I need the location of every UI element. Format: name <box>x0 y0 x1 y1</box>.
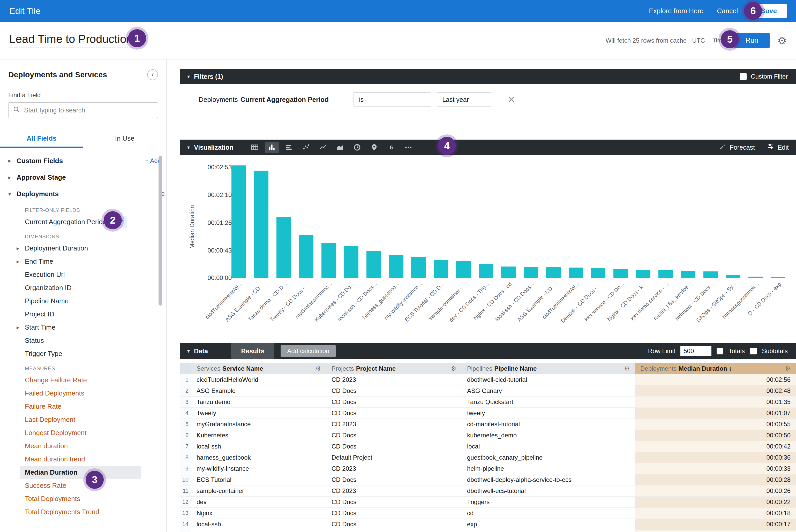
chart-bar[interactable] <box>389 255 403 278</box>
chevron-right-icon[interactable]: ▸ <box>8 157 17 164</box>
add-calculation-button[interactable]: Add calculation <box>281 345 336 357</box>
field-item-mean-duration[interactable]: Mean duration <box>0 439 166 453</box>
field-item-total-deployments-trend[interactable]: Total Deployments Trend <box>0 506 166 518</box>
area-viz-icon[interactable] <box>333 142 347 153</box>
table-viz-icon[interactable] <box>248 142 262 153</box>
scatter-viz-icon[interactable] <box>299 142 313 153</box>
bar-viz-icon[interactable] <box>265 142 279 153</box>
field-item-status[interactable]: Status <box>0 334 166 347</box>
chart-bar[interactable] <box>321 243 336 278</box>
chart-bar[interactable] <box>659 270 673 278</box>
map-viz-icon[interactable] <box>367 142 381 153</box>
chart-bar[interactable] <box>299 235 313 278</box>
single-value-viz-icon[interactable]: 6 <box>384 142 398 153</box>
field-item-last-deployment[interactable]: Last Deployment <box>0 413 166 426</box>
chart-bar[interactable] <box>681 271 696 278</box>
gear-icon[interactable]: ⚙ <box>785 365 791 372</box>
field-item-failure-rate[interactable]: Failure Rate <box>0 400 166 413</box>
field-item-trigger-type[interactable]: Trigger Type <box>0 347 166 360</box>
field-item-change-failure-rate[interactable]: Change Failure Rate <box>0 374 166 387</box>
filter-value-input[interactable]: Last year <box>437 92 491 107</box>
chevron-right-icon[interactable]: ▸ <box>8 174 17 181</box>
row-viz-icon[interactable] <box>282 142 296 153</box>
chevron-right-icon[interactable]: ▸ <box>17 324 25 331</box>
gear-icon[interactable]: ⚙ <box>777 35 787 46</box>
tile-title-input[interactable]: Lead Time to Production <box>9 33 133 48</box>
run-button[interactable]: Run <box>734 33 770 48</box>
field-item-failed-deployments[interactable]: Failed Deployments <box>0 387 166 400</box>
field-group-custom-fields[interactable]: ▸Custom Fields+ Add <box>0 153 166 169</box>
more-viz-icon[interactable] <box>401 142 415 153</box>
field-item-pipeline-name[interactable]: Pipeline Name <box>0 294 166 308</box>
chart-bar[interactable] <box>591 268 606 278</box>
collapse-data-icon[interactable]: ▾ <box>187 348 190 354</box>
chart-bar[interactable] <box>726 275 740 278</box>
chart-bar[interactable] <box>434 260 448 278</box>
remove-filter-icon[interactable]: ✕ <box>508 94 515 105</box>
data-section-header[interactable]: ▾ Data Results Add calculation Row Limit… <box>180 343 796 359</box>
field-item-current-aggregation-period[interactable]: Current Aggregation Period <box>0 215 166 229</box>
visualization-section-header[interactable]: ▾ Visualization 6 Forecast Edit <box>180 139 796 155</box>
field-item-median-duration[interactable]: Median Duration <box>20 466 141 479</box>
chart-bar[interactable] <box>636 270 650 278</box>
chevron-right-icon[interactable]: ▸ <box>17 245 25 252</box>
gear-icon[interactable]: ⚙ <box>315 365 321 372</box>
line-viz-icon[interactable] <box>316 142 330 153</box>
row-limit-input[interactable] <box>680 346 711 356</box>
field-item-total-deployments[interactable]: Total Deployments <box>0 492 166 506</box>
chart-bar[interactable] <box>613 269 628 278</box>
field-item-longest-deployment[interactable]: Longest Deployment <box>0 426 166 439</box>
totals-checkbox[interactable] <box>717 348 723 355</box>
chart-bar[interactable] <box>501 267 516 278</box>
chart-bar[interactable] <box>456 261 471 278</box>
field-item-execution-url[interactable]: Execution Url <box>0 268 166 281</box>
column-header-project-name[interactable]: ProjectsProject Name⚙ <box>326 363 462 374</box>
chart-bar[interactable] <box>232 166 246 278</box>
collapse-visualization-icon[interactable]: ▾ <box>187 144 190 150</box>
edit-viz-button[interactable]: Edit <box>767 143 789 152</box>
chart-bar[interactable] <box>524 267 538 278</box>
field-item-mean-duration-trend[interactable]: Mean duration trend <box>0 453 166 466</box>
column-header-service-name[interactable]: ServicesService Name⚙ <box>191 363 326 374</box>
chart-bar[interactable] <box>771 277 785 278</box>
results-tab[interactable]: Results <box>231 343 274 359</box>
field-item-end-time[interactable]: ▸End Time <box>0 255 166 268</box>
explore-from-here-link[interactable]: Explore from Here <box>649 7 703 15</box>
collapse-sidebar-button[interactable]: ‹ <box>147 69 158 80</box>
chart-bar[interactable] <box>748 277 763 278</box>
chart-bar[interactable] <box>344 246 358 278</box>
field-group-deployments[interactable]: ▾Deployments2 <box>0 186 166 202</box>
chart-bar[interactable] <box>411 257 426 278</box>
chart-bar[interactable] <box>254 171 269 278</box>
tab-in-use[interactable]: In Use <box>83 130 167 148</box>
pie-viz-icon[interactable] <box>350 142 364 153</box>
chart-bar[interactable] <box>367 251 381 278</box>
field-item-project-id[interactable]: Project ID <box>0 308 166 321</box>
column-header-median-duration[interactable]: DeploymentsMedian Duration ↓⚙ <box>635 363 796 374</box>
column-header-pipeline-name[interactable]: PipelinesPipeline Name⚙ <box>462 363 635 374</box>
field-search-box[interactable] <box>8 102 158 118</box>
field-item-start-time[interactable]: ▸Start Time <box>0 321 166 334</box>
filter-operator-select[interactable]: is <box>353 92 431 107</box>
field-item-organization-id[interactable]: Organization ID <box>0 281 166 294</box>
chart-bar[interactable] <box>276 217 291 278</box>
collapse-filters-icon[interactable]: ▾ <box>187 73 190 80</box>
field-item-success-rate[interactable]: Success Rate <box>0 479 166 492</box>
custom-filter-checkbox[interactable] <box>740 73 746 80</box>
tab-all-fields[interactable]: All Fields <box>0 130 83 148</box>
chart-bar[interactable] <box>703 271 718 278</box>
gear-icon[interactable]: ⚙ <box>624 365 630 372</box>
sidebar-scrollbar[interactable] <box>159 156 162 306</box>
field-group-approval-stage[interactable]: ▸Approval Stage <box>0 169 166 186</box>
gear-icon[interactable]: ⚙ <box>451 365 457 372</box>
subtotals-checkbox[interactable] <box>750 348 757 355</box>
forecast-button[interactable]: Forecast <box>719 143 755 152</box>
filters-section-header[interactable]: ▾ Filters (1) Custom Filter <box>180 69 796 84</box>
field-item-deployment-duration[interactable]: ▸Deployment Duration <box>0 242 166 255</box>
chart-bar[interactable] <box>546 267 561 278</box>
chevron-down-icon[interactable]: ▾ <box>8 191 17 197</box>
cancel-button[interactable]: Cancel <box>717 7 738 15</box>
chart-bar[interactable] <box>569 268 583 278</box>
chart-bar[interactable] <box>479 264 493 278</box>
chevron-right-icon[interactable]: ▸ <box>17 258 25 265</box>
